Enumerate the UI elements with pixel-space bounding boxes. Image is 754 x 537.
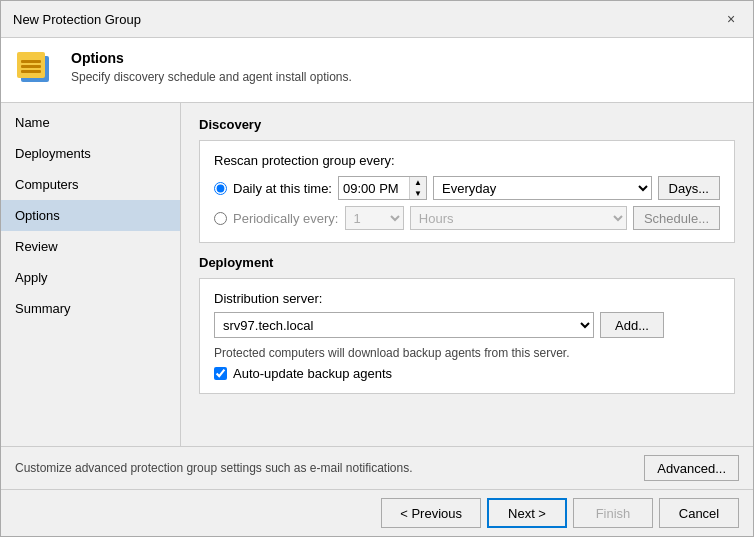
sidebar-item-deployments[interactable]: Deployments <box>1 138 180 169</box>
periodically-radio[interactable] <box>214 212 227 225</box>
schedule-button[interactable]: Schedule... <box>633 206 720 230</box>
sidebar-item-review[interactable]: Review <box>1 231 180 262</box>
time-input[interactable] <box>339 177 409 199</box>
cancel-button[interactable]: Cancel <box>659 498 739 528</box>
header-area: Options Specify discovery schedule and a… <box>1 38 753 103</box>
time-input-wrapper: ▲ ▼ <box>338 176 427 200</box>
rescan-label: Rescan protection group every: <box>214 153 720 168</box>
finish-button[interactable]: Finish <box>573 498 653 528</box>
icon-line-2 <box>21 65 41 68</box>
icon-lines <box>21 60 41 75</box>
sidebar-item-options[interactable]: Options <box>1 200 180 231</box>
server-label: Distribution server: <box>214 291 720 306</box>
deployment-section: Deployment Distribution server: srv97.te… <box>199 255 735 394</box>
period-number-select[interactable]: 1 2 3 <box>345 206 404 230</box>
server-row: srv97.tech.local Add... <box>214 312 720 338</box>
discovery-box: Rescan protection group every: Daily at … <box>199 140 735 243</box>
sidebar-item-apply[interactable]: Apply <box>1 262 180 293</box>
header-icon <box>17 50 57 90</box>
periodically-radio-row: Periodically every: 1 2 3 Hours Minutes … <box>214 206 720 230</box>
deployment-title: Deployment <box>199 255 735 270</box>
auto-update-label[interactable]: Auto-update backup agents <box>233 366 392 381</box>
icon-line-3 <box>21 70 41 73</box>
sidebar-item-summary[interactable]: Summary <box>1 293 180 324</box>
advanced-description: Customize advanced protection group sett… <box>15 461 644 475</box>
auto-update-row: Auto-update backup agents <box>214 366 720 381</box>
daily-radio-row: Daily at this time: ▲ ▼ Everyday Weekday… <box>214 176 720 200</box>
deployment-box: Distribution server: srv97.tech.local Ad… <box>199 278 735 394</box>
add-server-button[interactable]: Add... <box>600 312 664 338</box>
advanced-button[interactable]: Advanced... <box>644 455 739 481</box>
periodically-label[interactable]: Periodically every: <box>233 211 339 226</box>
dialog-title: New Protection Group <box>13 12 141 27</box>
period-unit-select[interactable]: Hours Minutes <box>410 206 627 230</box>
sidebar-item-computers[interactable]: Computers <box>1 169 180 200</box>
auto-update-checkbox[interactable] <box>214 367 227 380</box>
everyday-select[interactable]: Everyday Weekdays Weekends <box>433 176 652 200</box>
sidebar: Name Deployments Computers Options Revie… <box>1 103 181 446</box>
header-title: Options <box>71 50 352 66</box>
footer-advanced-bar: Customize advanced protection group sett… <box>1 446 753 489</box>
daily-radio[interactable] <box>214 182 227 195</box>
dialog: New Protection Group × Options Specify d… <box>0 0 754 537</box>
title-bar: New Protection Group × <box>1 1 753 38</box>
time-down-button[interactable]: ▼ <box>410 188 426 199</box>
header-text: Options Specify discovery schedule and a… <box>71 50 352 84</box>
time-up-button[interactable]: ▲ <box>410 177 426 188</box>
icon-front-layer <box>17 52 45 78</box>
previous-button[interactable]: < Previous <box>381 498 481 528</box>
header-subtitle: Specify discovery schedule and agent ins… <box>71 70 352 84</box>
days-button[interactable]: Days... <box>658 176 720 200</box>
discovery-title: Discovery <box>199 117 735 132</box>
close-button[interactable]: × <box>721 9 741 29</box>
icon-line-1 <box>21 60 41 63</box>
spin-buttons: ▲ ▼ <box>409 177 426 199</box>
next-button[interactable]: Next > <box>487 498 567 528</box>
sidebar-item-name[interactable]: Name <box>1 107 180 138</box>
footer-buttons: < Previous Next > Finish Cancel <box>1 489 753 536</box>
daily-label[interactable]: Daily at this time: <box>233 181 332 196</box>
main-content: Discovery Rescan protection group every:… <box>181 103 753 446</box>
body: Name Deployments Computers Options Revie… <box>1 103 753 446</box>
server-select[interactable]: srv97.tech.local <box>214 312 594 338</box>
server-info-text: Protected computers will download backup… <box>214 346 720 360</box>
